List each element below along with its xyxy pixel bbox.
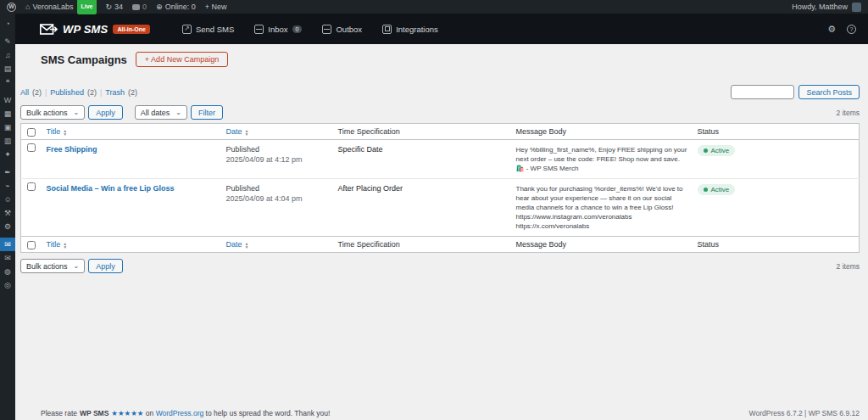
sidebar-item-plugins[interactable]: ⌁ bbox=[0, 179, 15, 193]
status-dot-icon bbox=[704, 148, 708, 153]
column-header-title[interactable]: Title▲▼ bbox=[42, 124, 221, 140]
campaigns-table: Title▲▼ Date▲▼ Time Specification Messag… bbox=[20, 123, 860, 253]
chevron-down-icon: ⌄ bbox=[175, 110, 181, 115]
status-label: Active bbox=[711, 147, 730, 154]
filter-button[interactable]: Filter bbox=[191, 105, 223, 120]
media-icon: ♫ bbox=[5, 51, 11, 59]
sidebar-item-products[interactable]: ▦ bbox=[0, 107, 15, 120]
gear-icon[interactable]: ⚙ bbox=[827, 24, 836, 35]
bulk-actions-select[interactable]: Bulk actions ⌄ bbox=[20, 105, 85, 120]
sidebar-item-wp-sms[interactable]: ✉ bbox=[0, 238, 15, 251]
sidebar-item-media[interactable]: ♫ bbox=[0, 48, 15, 62]
select-all-checkbox[interactable] bbox=[27, 128, 36, 137]
apply-button[interactable]: Apply bbox=[88, 105, 123, 120]
items-count: 2 items bbox=[837, 262, 860, 271]
sort-icon: ▲▼ bbox=[245, 242, 249, 249]
appearance-icon: ✒ bbox=[4, 168, 11, 176]
apply-button-bottom[interactable]: Apply bbox=[88, 259, 123, 273]
publish-status: Published bbox=[226, 184, 328, 193]
table-row: Social Media – Win a free Lip Gloss Publ… bbox=[21, 179, 860, 237]
wp-sms-header: WP SMS All-in-One Send SMS Inbox 0 Outbo… bbox=[15, 14, 868, 44]
main-content: SMS Campaigns + Add New Campaign All (2)… bbox=[15, 44, 868, 406]
select-all-checkbox[interactable] bbox=[27, 241, 36, 249]
online-label: Online: 0 bbox=[165, 0, 196, 14]
sidebar-item-marketing[interactable]: ✦ bbox=[0, 148, 15, 161]
view-trash-link[interactable]: Trash bbox=[105, 88, 125, 97]
view-all-link[interactable]: All bbox=[20, 88, 29, 97]
nav-outbox[interactable]: Outbox bbox=[322, 25, 362, 34]
circle-icon: ◍ bbox=[4, 267, 11, 276]
row-checkbox[interactable] bbox=[27, 182, 36, 191]
sidebar-item-settings[interactable]: ⚙ bbox=[0, 220, 15, 233]
stars-rating-link[interactable]: ★★★★★ bbox=[111, 409, 143, 417]
globe-icon: ⊕ bbox=[156, 0, 163, 14]
view-published-link[interactable]: Published bbox=[50, 88, 84, 97]
tools-icon: ⚒ bbox=[4, 209, 11, 217]
nav-integrations[interactable]: Integrations bbox=[382, 25, 438, 34]
search-input[interactable] bbox=[731, 85, 794, 99]
nav-send-sms[interactable]: Send SMS bbox=[182, 25, 234, 34]
sidebar-item-appearance[interactable]: ✒ bbox=[0, 165, 15, 179]
home-icon: ⌂ bbox=[25, 0, 30, 14]
online-menu[interactable]: ⊕ Online: 0 bbox=[156, 0, 196, 14]
sidebar-item-analytics[interactable]: ▥ bbox=[0, 134, 15, 148]
search-posts-button[interactable]: Search Posts bbox=[798, 85, 860, 99]
users-icon: ☺ bbox=[3, 195, 11, 204]
updates-count: 34 bbox=[114, 0, 123, 14]
all-dates-select[interactable]: All dates ⌄ bbox=[135, 105, 187, 120]
wp-sms-brand: WP SMS All-in-One bbox=[39, 23, 150, 36]
pages-icon: ▤ bbox=[4, 64, 12, 73]
sidebar-item-tools[interactable]: ⚒ bbox=[0, 206, 15, 220]
send-sms-icon bbox=[182, 25, 192, 34]
comments-menu[interactable]: 0 bbox=[132, 0, 147, 14]
sort-icon: ▲▼ bbox=[63, 242, 67, 249]
updates-menu[interactable]: ↻ 34 bbox=[106, 0, 124, 14]
column-header-time-spec: Time Specification bbox=[333, 124, 511, 140]
message-body-cell: Hey %billing_first_name%, Enjoy FREE shi… bbox=[511, 140, 693, 179]
version-text: WordPress 6.7.2 | WP SMS 6.9.12 bbox=[749, 409, 860, 417]
add-new-campaign-button[interactable]: + Add New Campaign bbox=[136, 52, 228, 67]
column-footer-title[interactable]: Title▲▼ bbox=[42, 237, 221, 253]
sidebar-item-payments[interactable]: ▣ bbox=[0, 120, 15, 134]
status-dot-icon bbox=[704, 188, 708, 192]
sidebar-item-collapse[interactable]: ◎ bbox=[0, 278, 15, 292]
divider: | bbox=[100, 88, 102, 97]
column-footer-time-spec: Time Specification bbox=[333, 237, 511, 253]
sidebar-item-pages[interactable]: ▤ bbox=[0, 62, 15, 76]
wordpress-menu[interactable]: W bbox=[7, 3, 16, 12]
sidebar-item-stats[interactable]: ◍ bbox=[0, 265, 15, 278]
new-menu[interactable]: + New bbox=[205, 0, 227, 14]
campaign-title-link[interactable]: Free Shipping bbox=[47, 145, 97, 154]
sidebar-item-woocommerce[interactable]: W bbox=[0, 93, 15, 107]
bulk-actions-select-bottom[interactable]: Bulk actions ⌄ bbox=[20, 259, 85, 273]
row-checkbox[interactable] bbox=[27, 143, 36, 152]
column-header-status: Status bbox=[693, 124, 860, 140]
help-icon[interactable]: ? bbox=[847, 25, 856, 34]
sidebar-item-comments[interactable]: ❝ bbox=[0, 76, 15, 89]
comments-count: 0 bbox=[142, 0, 147, 14]
sidebar-item-dashboard[interactable]: ◔ bbox=[0, 17, 15, 31]
live-badge: Live bbox=[77, 0, 96, 14]
time-spec-cell: Specific Date bbox=[333, 140, 511, 179]
admin-footer: Please rateWP SMS★★★★★ on WordPress.org … bbox=[15, 406, 868, 420]
view-published-count: (2) bbox=[87, 88, 97, 97]
column-footer-date[interactable]: Date▲▼ bbox=[221, 237, 333, 253]
envelope-icon: ✉ bbox=[4, 254, 11, 262]
sidebar-item-posts[interactable]: ✎ bbox=[0, 35, 15, 48]
nav-inbox[interactable]: Inbox 0 bbox=[254, 25, 302, 34]
column-header-date[interactable]: Date▲▼ bbox=[221, 124, 333, 140]
all-in-one-badge: All-in-One bbox=[113, 25, 149, 34]
comments-icon bbox=[132, 4, 140, 10]
wordpress-org-link[interactable]: WordPress.org bbox=[156, 409, 204, 417]
time-spec-cell: After Placing Order bbox=[333, 179, 511, 237]
campaign-title-link[interactable]: Social Media – Win a free Lip Gloss bbox=[47, 184, 175, 193]
column-header-message: Message Body bbox=[511, 124, 693, 140]
footer-plugin-name: WP SMS bbox=[80, 409, 108, 417]
sidebar-item-users[interactable]: ☺ bbox=[0, 193, 15, 206]
footer-rate-text: Please rateWP SMS★★★★★ on WordPress.org … bbox=[41, 409, 330, 417]
integrations-icon bbox=[382, 25, 392, 34]
settings-icon: ⚙ bbox=[4, 222, 11, 231]
sidebar-item-sms-inbox[interactable]: ✉ bbox=[0, 251, 15, 265]
howdy-menu[interactable]: Howdy, Matthew bbox=[792, 0, 848, 14]
site-menu[interactable]: ⌂ VeronaLabs Live bbox=[25, 0, 97, 14]
